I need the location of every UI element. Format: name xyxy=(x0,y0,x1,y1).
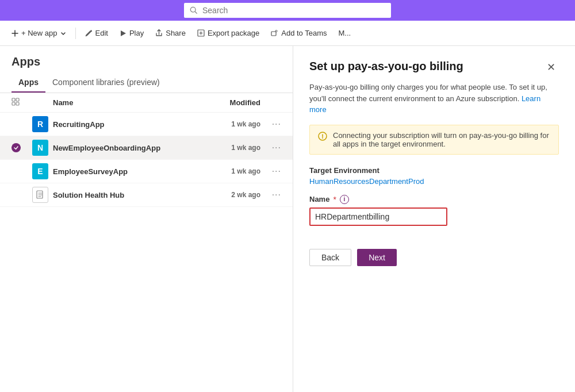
row-more-options[interactable]: ··· xyxy=(260,190,281,200)
table-row[interactable]: R RecruitingApp 1 wk ago ··· xyxy=(0,113,293,136)
table-row[interactable]: N NewEmployeeOnboardingApp 1 wk ago ··· xyxy=(0,136,293,160)
app-icon: E xyxy=(32,163,48,179)
modified-time: 1 wk ago xyxy=(209,120,260,128)
warning-icon xyxy=(318,132,327,141)
warning-text: Connecting your subscription will turn o… xyxy=(333,131,550,148)
more-button[interactable]: M... xyxy=(334,26,356,40)
app-name: Solution Health Hub xyxy=(53,191,209,199)
header-check xyxy=(12,98,32,107)
svg-rect-8 xyxy=(12,102,15,105)
table-row[interactable]: Solution Health Hub 2 wk ago ··· xyxy=(0,183,293,207)
apps-title: Apps xyxy=(0,46,293,73)
left-panel: Apps Apps Component libraries (preview) … xyxy=(0,46,293,392)
app-icon xyxy=(32,187,48,203)
play-icon xyxy=(120,30,126,37)
name-label: Name xyxy=(309,195,329,203)
tab-apps[interactable]: Apps xyxy=(12,73,45,93)
separator xyxy=(75,28,76,39)
svg-rect-9 xyxy=(16,102,19,105)
check-mark xyxy=(12,143,21,152)
plus-icon xyxy=(12,30,18,37)
app-name: NewEmployeeOnboardingApp xyxy=(53,144,209,152)
close-button[interactable]: ✕ xyxy=(543,60,559,75)
svg-marker-2 xyxy=(121,30,126,36)
app-icon: N xyxy=(32,140,48,156)
chevron-down-icon xyxy=(60,30,66,36)
header-name: Name xyxy=(53,98,209,107)
header-modified: Modified xyxy=(209,98,260,107)
panel-header: Set up pay-as-you-go billing ✕ xyxy=(309,60,559,75)
svg-rect-4 xyxy=(271,32,276,36)
row-icon-col xyxy=(32,187,53,203)
right-panel: Set up pay-as-you-go billing ✕ Pay-as-yo… xyxy=(293,46,575,392)
row-more-options[interactable]: ··· xyxy=(260,166,281,176)
doc-icon xyxy=(36,190,45,199)
svg-rect-7 xyxy=(16,98,19,101)
row-check xyxy=(12,143,32,152)
required-indicator: * xyxy=(333,195,336,204)
panel-title: Set up pay-as-you-go billing xyxy=(309,60,463,73)
teams-icon xyxy=(271,29,278,37)
edit-icon xyxy=(85,29,93,37)
info-icon[interactable]: i xyxy=(340,195,349,204)
edit-button[interactable]: Edit xyxy=(80,26,113,40)
search-box[interactable] xyxy=(184,3,391,18)
name-label-row: Name * i xyxy=(309,195,559,204)
top-bar xyxy=(0,0,575,21)
row-more-options[interactable]: ··· xyxy=(260,119,281,129)
panel-description: Pay-as-you-go billing only charges you f… xyxy=(309,82,559,116)
app-name: EmployeeSurveyApp xyxy=(53,167,209,176)
modified-time: 2 wk ago xyxy=(209,191,260,199)
table-row[interactable]: E EmployeeSurveyApp 1 wk ago ··· xyxy=(0,160,293,183)
svg-line-1 xyxy=(195,11,197,13)
modified-time: 1 wk ago xyxy=(209,167,260,175)
target-env-value: HumanResourcesDepartmentProd xyxy=(309,177,559,186)
target-env-label: Target Environment xyxy=(309,166,559,175)
panel-footer: Back Next xyxy=(309,249,559,266)
export-icon xyxy=(197,29,205,37)
share-button[interactable]: Share xyxy=(151,26,190,40)
target-env-group: Target Environment HumanResourcesDepartm… xyxy=(309,166,559,186)
main-layout: Apps Apps Component libraries (preview) … xyxy=(0,46,575,392)
new-app-button[interactable]: + New app xyxy=(7,26,71,40)
row-icon-col: N xyxy=(32,140,53,156)
svg-point-5 xyxy=(275,30,277,32)
row-icon-col: R xyxy=(32,116,53,132)
app-icon: R xyxy=(32,116,48,132)
warning-banner: Connecting your subscription will turn o… xyxy=(309,125,559,155)
share-icon xyxy=(155,29,163,37)
play-button[interactable]: Play xyxy=(115,26,148,40)
search-input[interactable] xyxy=(202,6,385,15)
table-grid-icon xyxy=(12,98,20,106)
toolbar: + New app Edit Play Share Export package… xyxy=(0,21,575,46)
export-package-button[interactable]: Export package xyxy=(193,26,264,40)
name-field-group: Name * i xyxy=(309,195,559,226)
svg-rect-6 xyxy=(12,98,15,101)
row-more-options[interactable]: ··· xyxy=(260,143,281,153)
tab-component-libraries[interactable]: Component libraries (preview) xyxy=(45,73,167,93)
add-to-teams-button[interactable]: Add to Teams xyxy=(266,26,331,40)
search-icon xyxy=(190,6,198,14)
modified-time: 1 wk ago xyxy=(209,144,260,152)
app-name: RecruitingApp xyxy=(53,120,209,129)
table-header: Name Modified xyxy=(0,93,293,113)
tabs-bar: Apps Component libraries (preview) xyxy=(0,73,293,93)
back-button[interactable]: Back xyxy=(309,249,351,266)
row-icon-col: E xyxy=(32,163,53,179)
next-button[interactable]: Next xyxy=(357,249,397,266)
name-input[interactable] xyxy=(309,207,447,226)
